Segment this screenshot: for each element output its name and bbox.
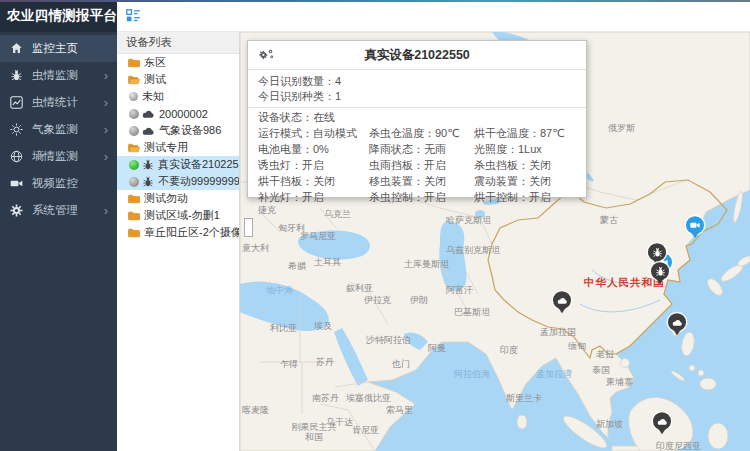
tree-item-label: 东区 <box>144 55 166 70</box>
chevron-right-icon: › <box>104 150 108 163</box>
folder-open-icon <box>128 75 140 85</box>
device-popup-grid: 运行模式：自动模式杀虫仓温度：90℃烘干仓温度：87℃电池电量：0%降雨状态：无… <box>248 125 586 205</box>
window-top-edge <box>0 0 750 2</box>
popup-grid-cell: 杀虫控制：开启 <box>369 189 474 205</box>
tree-item-label: 未知 <box>142 89 164 104</box>
status-dot-gray <box>129 109 139 119</box>
map-country-label: 埃塞俄比亚 <box>346 392 391 405</box>
tree-item[interactable]: 东区 <box>117 54 239 71</box>
tree-item-label: 测试区域-勿删1 <box>144 208 220 223</box>
popup-grid-cell: 诱虫灯：开启 <box>258 157 369 173</box>
map-marker-camera[interactable] <box>686 216 704 234</box>
map-country-label: 老挝 <box>596 348 614 361</box>
settings-gears-icon[interactable] <box>258 48 275 61</box>
tree-item[interactable]: 20000002 <box>117 105 239 122</box>
tree-item-label: 章丘阳丘区-2个摄像头 <box>144 225 239 240</box>
device-popup: 真实设备21022550 今日识别数量：4今日识别种类：1 设备状态：在线 运行… <box>247 40 587 198</box>
tree-item[interactable]: 章丘阳丘区-2个摄像头 <box>117 224 239 241</box>
sidebar-item-insect-monitor[interactable]: 虫情监测› <box>0 62 117 89</box>
popup-grid-cell: 电池电量：0% <box>258 141 369 157</box>
map-country-label: 乍得 <box>280 358 298 371</box>
tree-item[interactable]: 真实设备21022550 <box>117 156 239 173</box>
tree-item[interactable]: 测试专用 <box>117 139 239 156</box>
top-header <box>117 0 750 32</box>
tree-item[interactable]: 测试勿动 <box>117 190 239 207</box>
tree-item[interactable]: 未知 <box>117 88 239 105</box>
map-country-label: 阿曼 <box>428 342 446 355</box>
map-country-label: 土耳其 <box>314 256 341 269</box>
popup-grid-cell: 运行模式：自动模式 <box>258 125 369 141</box>
popup-stat-line: 今日识别数量：4 <box>258 74 576 89</box>
tree-toggle-icon[interactable] <box>126 9 141 22</box>
map-sea-label: 地中海 <box>266 284 293 297</box>
sidebar-item-system-admin[interactable]: 系统管理› <box>0 197 117 224</box>
tree-item[interactable]: 气象设备986 <box>117 122 239 139</box>
map-country-label: 印度尼西亚 <box>656 440 701 451</box>
popup-grid-cell: 杀虫仓温度：90℃ <box>369 125 474 141</box>
sidebar-item-soil-monitor[interactable]: 墒情监测› <box>0 143 117 170</box>
popup-grid-cell: 震动装置：关闭 <box>474 173 586 189</box>
sun-icon <box>9 123 23 137</box>
tree-item[interactable]: 测试 <box>117 71 239 88</box>
map-country-label: 乌兹别克斯坦 <box>446 244 500 257</box>
sidebar-item-label: 虫情监测 <box>32 68 104 83</box>
map-country-label: 肯尼亚 <box>352 424 379 437</box>
popup-grid-cell: 烘干挡板：关闭 <box>258 173 369 189</box>
popup-grid-cell: 光照度：1Lux <box>474 141 586 157</box>
sidebar-item-label: 气象监测 <box>32 122 104 137</box>
sidebar-item-label: 系统管理 <box>32 203 104 218</box>
popup-grid-cell: 杀虫挡板：关闭 <box>474 157 586 173</box>
sidebar-item-insect-stats[interactable]: 虫情统计› <box>0 89 117 116</box>
map-marker-bug[interactable] <box>648 243 666 261</box>
tree-item[interactable]: 测试区域-勿删1 <box>117 207 239 224</box>
sidebar: 农业四情测报平台 监控主页虫情监测›虫情统计›气象监测›墒情监测›视频监控系统管… <box>0 0 117 451</box>
map-marker-cloud[interactable] <box>553 291 571 309</box>
sidebar-item-label: 视频监控 <box>32 176 117 191</box>
map-country-label: 巴基斯坦 <box>454 306 490 319</box>
map-country-label: 利比亚 <box>270 322 297 335</box>
device-tree: 东区测试未知20000002气象设备986测试专用真实设备21022550不要动… <box>117 54 239 241</box>
popup-grid-cell: 补光灯：开启 <box>258 189 369 205</box>
popup-stat-line: 今日识别种类：1 <box>258 89 576 104</box>
chart-icon <box>9 96 23 110</box>
map-country-label: 阿富汗 <box>446 284 473 297</box>
weather-device-icon <box>142 109 155 119</box>
popup-grid-cell: 降雨状态：无雨 <box>369 141 474 157</box>
gear-icon <box>9 204 23 218</box>
sidebar-item-home[interactable]: 监控主页 <box>0 35 117 62</box>
tree-item-label: 测试 <box>144 72 166 87</box>
map-marker-bug[interactable] <box>651 262 669 280</box>
tree-item[interactable]: 不要动99999999 <box>117 173 239 190</box>
folder-icon <box>128 228 140 238</box>
status-dot-gray <box>129 177 139 187</box>
map-country-label: 俄罗斯 <box>608 122 635 135</box>
bug-icon <box>9 69 23 83</box>
map-zoom-control-partial[interactable] <box>244 218 253 237</box>
status-dot-green <box>129 160 139 170</box>
sidebar-item-video-monitor[interactable]: 视频监控 <box>0 170 117 197</box>
sidebar-item-weather-monitor[interactable]: 气象监测› <box>0 116 117 143</box>
popup-grid-cell: 移虫装置：关闭 <box>369 173 474 189</box>
map-country-label: 哈萨克斯坦 <box>446 214 491 227</box>
device-popup-title: 真实设备21022550 <box>248 47 586 64</box>
map-country-label: 蒙古 <box>600 214 618 227</box>
video-icon <box>9 177 23 191</box>
map-country-label: 也门 <box>392 358 410 371</box>
tree-item-label: 气象设备986 <box>159 123 221 138</box>
weather-device-icon <box>142 126 155 136</box>
map-marker-cloud[interactable] <box>653 412 671 430</box>
map-country-label: 意大利 <box>242 242 269 255</box>
map-country-label: 缅甸 <box>568 340 586 353</box>
tree-item-label: 不要动99999999 <box>158 174 239 189</box>
map-country-label: 喀麦隆 <box>242 404 269 417</box>
map-sea-label: 阿拉伯海 <box>454 368 490 381</box>
map-country-label: 孟加拉国 <box>540 326 576 339</box>
map-country-label: 土库曼斯坦 <box>404 258 449 271</box>
map-country-label: 刚果民主共和国 <box>288 422 340 442</box>
device-popup-header: 真实设备21022550 <box>248 41 586 70</box>
map-country-label: 中华人民共和国 <box>584 276 665 290</box>
folder-open-icon <box>128 143 140 153</box>
map-marker-cloud[interactable] <box>668 313 686 331</box>
map-country-label: 乌克兰 <box>324 208 351 221</box>
map-sea-label: 孟加拉湾 <box>536 368 572 381</box>
